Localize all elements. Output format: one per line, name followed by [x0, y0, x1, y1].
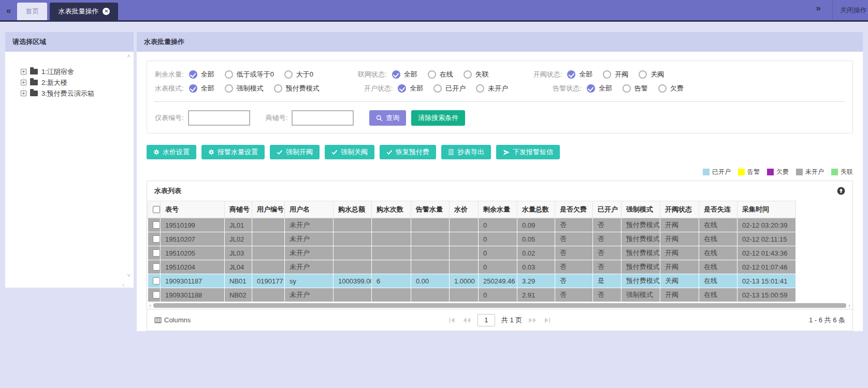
- radio-option[interactable]: 全部: [189, 70, 214, 79]
- tabs-scroll-left-icon[interactable]: «: [0, 6, 17, 20]
- radio-unchecked-icon[interactable]: [225, 70, 233, 79]
- select-all-checkbox[interactable]: [153, 206, 160, 213]
- radio-option[interactable]: 在线: [428, 70, 453, 79]
- hscroll-thumb[interactable]: [153, 303, 847, 308]
- radio-option[interactable]: 欠费: [658, 84, 684, 93]
- radio-unchecked-icon[interactable]: [433, 84, 442, 93]
- column-header[interactable]: 开阀状态: [660, 201, 699, 218]
- first-page-icon[interactable]: [449, 317, 456, 324]
- scroll-right-icon[interactable]: ›: [122, 281, 124, 288]
- expand-plus-icon[interactable]: +: [21, 91, 26, 96]
- expand-plus-icon[interactable]: +: [21, 69, 26, 74]
- column-header[interactable]: 用户名: [285, 201, 334, 218]
- radio-option[interactable]: 开阀: [603, 70, 628, 79]
- radio-unchecked-icon[interactable]: [603, 70, 611, 79]
- radio-option[interactable]: 未开户: [476, 84, 508, 93]
- meter-number-input[interactable]: [188, 110, 250, 126]
- radio-option[interactable]: 预付费模式: [274, 84, 320, 93]
- row-checkbox[interactable]: [153, 235, 160, 243]
- table-row[interactable]: 19510205JL03未开户00.02否否预付费模式开阀在线02-12 01:…: [148, 246, 796, 260]
- column-header[interactable]: 强制模式: [621, 201, 660, 218]
- hscroll-right-icon[interactable]: ›: [848, 302, 850, 309]
- table-row[interactable]: 19510204JL04未开户00.03否否预付费模式开阀在线02-12 01:…: [148, 260, 796, 274]
- tree-node-2[interactable]: +2:新大楼: [21, 77, 129, 88]
- action-button[interactable]: 抄表导出: [441, 145, 491, 159]
- radio-checked-icon[interactable]: [189, 84, 197, 93]
- radio-option[interactable]: 全部: [398, 84, 423, 93]
- radio-checked-icon[interactable]: [189, 70, 197, 79]
- column-header[interactable]: 水量总数: [517, 201, 555, 218]
- action-button[interactable]: 恢复预付费: [380, 145, 436, 159]
- action-button[interactable]: 下发报警短信: [496, 145, 560, 159]
- clear-search-button[interactable]: 清除搜索条件: [411, 110, 465, 126]
- radio-unchecked-icon[interactable]: [284, 70, 293, 79]
- radio-option[interactable]: 低于或等于0: [225, 70, 274, 79]
- radio-unchecked-icon[interactable]: [428, 70, 436, 79]
- scroll-down-icon[interactable]: ˅: [127, 272, 131, 278]
- action-button[interactable]: 报警水量设置: [201, 145, 265, 159]
- column-header[interactable]: 告警水量: [411, 201, 450, 218]
- next-page-icon[interactable]: [528, 317, 537, 324]
- tree-node-label[interactable]: 2:新大楼: [41, 78, 67, 87]
- row-checkbox[interactable]: [153, 277, 160, 285]
- hscroll-left-icon[interactable]: ‹: [149, 302, 151, 309]
- radio-option[interactable]: 失联: [464, 70, 489, 79]
- action-button[interactable]: 强制开阀: [270, 145, 320, 159]
- radio-unchecked-icon[interactable]: [476, 84, 484, 93]
- radio-unchecked-icon[interactable]: [464, 70, 472, 79]
- table-row[interactable]: 19510199JL01未开户00.09否否预付费模式开阀在线02-12 03:…: [148, 218, 796, 232]
- radio-unchecked-icon[interactable]: [639, 70, 647, 79]
- column-header[interactable]: 购水次数: [372, 201, 411, 218]
- shop-number-input[interactable]: [292, 110, 354, 126]
- page-number-input[interactable]: [478, 314, 495, 326]
- row-checkbox[interactable]: [153, 291, 160, 299]
- arrow-up-circle-icon[interactable]: [837, 187, 845, 195]
- radio-checked-icon[interactable]: [398, 84, 406, 93]
- tab-close-icon[interactable]: ✕: [103, 8, 110, 15]
- columns-button[interactable]: Columns: [154, 316, 191, 324]
- tabs-scroll-right-icon[interactable]: »: [810, 3, 827, 18]
- radio-option[interactable]: 全部: [189, 84, 214, 93]
- column-header[interactable]: 购水总额: [334, 201, 372, 218]
- last-page-icon[interactable]: [543, 317, 551, 324]
- row-checkbox[interactable]: [153, 249, 160, 257]
- close-operations-menu[interactable]: 关闭操作: [840, 6, 868, 15]
- column-header[interactable]: 表号: [161, 201, 225, 218]
- radio-option[interactable]: 全部: [587, 84, 612, 93]
- column-header[interactable]: 商铺号: [225, 201, 252, 218]
- tree-node-1[interactable]: +1:江阴宿舍: [21, 66, 129, 77]
- row-checkbox[interactable]: [153, 221, 160, 229]
- tree-node-3[interactable]: +3:预付费云演示箱: [21, 88, 129, 99]
- radio-checked-icon[interactable]: [392, 70, 400, 79]
- radio-option[interactable]: 关阀: [639, 70, 664, 79]
- column-header[interactable]: 是否欠费: [555, 201, 593, 218]
- radio-unchecked-icon[interactable]: [658, 84, 667, 93]
- prev-page-icon[interactable]: [462, 317, 471, 324]
- scroll-up-icon[interactable]: ˄: [127, 53, 131, 59]
- expand-plus-icon[interactable]: +: [21, 80, 26, 85]
- row-checkbox[interactable]: [153, 263, 160, 271]
- tree-node-label[interactable]: 3:预付费云演示箱: [41, 89, 94, 98]
- table-row[interactable]: 1909301187NB010190177sy1000399.0060.001.…: [148, 274, 796, 288]
- radio-option[interactable]: 大于0: [284, 70, 313, 79]
- radio-option[interactable]: 强制模式: [225, 84, 264, 93]
- column-header[interactable]: 水价: [450, 201, 479, 218]
- table-row[interactable]: 19510207JL02未开户00.05否否预付费模式开阀在线02-12 02:…: [148, 232, 796, 246]
- radio-option[interactable]: 已开户: [433, 84, 466, 93]
- column-header[interactable]: 是否失连: [699, 201, 737, 218]
- tree-node-label[interactable]: 1:江阴宿舍: [41, 67, 74, 77]
- column-header[interactable]: 用户编号: [252, 201, 285, 218]
- radio-checked-icon[interactable]: [567, 70, 575, 79]
- column-header[interactable]: 剩余水量: [479, 201, 517, 218]
- action-button[interactable]: 强制关阀: [325, 145, 374, 159]
- radio-unchecked-icon[interactable]: [274, 84, 282, 93]
- query-button[interactable]: 查询: [369, 110, 406, 126]
- radio-unchecked-icon[interactable]: [623, 84, 631, 93]
- radio-option[interactable]: 全部: [567, 70, 592, 79]
- radio-checked-icon[interactable]: [587, 84, 595, 93]
- radio-option[interactable]: 告警: [623, 84, 648, 93]
- tab-home[interactable]: 首页: [17, 3, 47, 20]
- table-row[interactable]: 1909301188NB02未开户02.91否否强制模式开阀在线02-13 15…: [148, 288, 796, 302]
- radio-option[interactable]: 全部: [392, 70, 417, 79]
- horizontal-scrollbar[interactable]: ‹ ›: [147, 302, 852, 309]
